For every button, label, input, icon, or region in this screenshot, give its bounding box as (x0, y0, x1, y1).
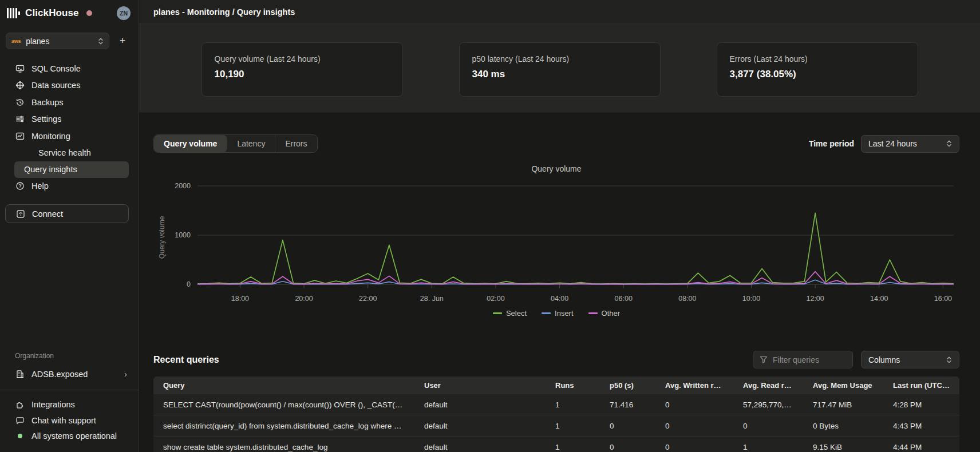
x-tick-label: 06:00 (615, 295, 633, 303)
x-tick-label: 14:00 (870, 295, 888, 303)
cell-read-rows: 1 (733, 443, 803, 451)
time-period-select[interactable]: Last 24 hours (861, 135, 959, 153)
cell-mem-usage: 0 Bytes (803, 422, 883, 430)
avatar[interactable]: ZN (117, 6, 131, 20)
service-selector[interactable]: aws planes (6, 33, 109, 49)
columns-select[interactable]: Columns (861, 351, 959, 368)
legend-item-select[interactable]: Select (493, 309, 527, 318)
sidebar-item-label: Service health (38, 148, 91, 157)
sidebar: ClickHouse ZN aws planes + SQL Console (0, 0, 139, 452)
connect-button[interactable]: Connect (5, 204, 129, 223)
time-period-label: Time period (809, 139, 854, 148)
chevron-up-down-icon (946, 356, 952, 364)
series-line-select (197, 213, 954, 284)
system-status[interactable]: All systems operational (0, 429, 139, 445)
stat-label: p50 latency (Last 24 hours) (472, 54, 647, 64)
filter-queries-input[interactable] (773, 355, 846, 364)
stat-label: Errors (Last 24 hours) (730, 54, 905, 64)
column-header-mem-usage[interactable]: Avg. Mem Usage (803, 381, 883, 390)
sidebar-item-service-health[interactable]: Service health (14, 145, 129, 161)
cell-user: default (414, 443, 546, 451)
sidebar-item-settings[interactable]: Settings (0, 111, 139, 128)
service-name: planes (26, 37, 93, 46)
y-tick-label: 0 (187, 280, 191, 288)
chart-controls-row: Query volume Latency Errors Time period … (153, 134, 959, 153)
notification-dot-icon (86, 10, 92, 16)
sidebar-item-label: Backups (31, 98, 64, 107)
cell-mem-usage: 717.47 MiB (803, 401, 883, 409)
legend-label: Insert (555, 309, 574, 318)
cell-last-run: 4:28 PM (883, 401, 959, 409)
sidebar-item-monitoring[interactable]: Monitoring (0, 128, 139, 145)
legend-label: Select (506, 309, 527, 318)
cell-read-rows: 0 (733, 422, 803, 430)
add-service-button[interactable]: + (114, 33, 131, 49)
sidebar-item-label: Settings (31, 114, 61, 124)
x-tick-label: 18:00 (231, 295, 249, 303)
columns-label: Columns (868, 355, 942, 364)
sidebar-nav: SQL Console Data sources Backups Setting… (0, 60, 139, 195)
tab-query-volume[interactable]: Query volume (154, 135, 227, 152)
breadcrumb: planes - Monitoring / Query insights (153, 7, 295, 17)
table-row[interactable]: select distrinct(query_id) from system.d… (153, 415, 959, 436)
sidebar-item-query-insights[interactable]: Query insights (14, 161, 129, 178)
legend-item-insert[interactable]: Insert (542, 309, 574, 318)
column-header-p50[interactable]: p50 (s) (600, 381, 655, 390)
x-tick-label: 04:00 (551, 295, 568, 303)
stat-value: 340 ms (472, 69, 647, 80)
legend-item-other[interactable]: Other (588, 309, 621, 318)
page-header: planes - Monitoring / Query insights (139, 0, 980, 24)
chevron-up-down-icon (946, 140, 952, 148)
building-icon (15, 370, 25, 379)
recent-queries-table: Query User Runs p50 (s) Avg. Written row… (153, 376, 959, 452)
column-header-read-rows[interactable]: Avg. Read rows (733, 381, 803, 390)
backups-icon (15, 98, 25, 107)
sidebar-item-backups[interactable]: Backups (0, 94, 139, 111)
recent-queries-controls: Columns (753, 351, 959, 368)
sidebar-item-sql-console[interactable]: SQL Console (0, 60, 139, 77)
x-tick-label: 20:00 (295, 295, 313, 303)
tab-errors[interactable]: Errors (275, 135, 317, 152)
legend-dash-icon (588, 312, 598, 314)
logo-text[interactable]: ClickHouse (25, 7, 79, 19)
column-header-user[interactable]: User (414, 381, 546, 390)
clickhouse-logo-icon[interactable] (7, 8, 20, 18)
sidebar-item-integrations[interactable]: Integrations (0, 397, 139, 413)
column-header-query[interactable]: Query (153, 381, 414, 390)
organization-name: ADSB.exposed (31, 370, 88, 379)
cell-query: show create table system.distributed_cac… (153, 443, 414, 451)
column-header-last-run[interactable]: Last run (UTC)^ (883, 381, 959, 390)
x-tick-label: 02:00 (487, 295, 504, 303)
tab-latency[interactable]: Latency (227, 135, 275, 152)
connect-icon (16, 209, 25, 219)
cell-last-run: 4:43 PM (883, 422, 959, 430)
cell-runs: 1 (546, 443, 600, 451)
query-volume-chart: Query volume Query volume 01000200018:00… (153, 164, 959, 336)
cell-user: default (414, 401, 546, 409)
sidebar-item-label: SQL Console (31, 64, 81, 73)
footer-item-label: Integrations (31, 400, 75, 409)
sidebar-item-label: Query insights (24, 165, 77, 174)
cell-written-rows: 0 (655, 422, 733, 430)
service-selector-row: aws planes + (6, 33, 133, 49)
divider (0, 390, 139, 390)
sidebar-item-data-sources[interactable]: Data sources (0, 77, 139, 94)
sidebar-item-chat-support[interactable]: Chat with support (0, 413, 139, 429)
sidebar-item-help[interactable]: Help (0, 178, 139, 195)
column-header-runs[interactable]: Runs (546, 381, 600, 390)
filter-queries-box[interactable] (753, 351, 853, 368)
data-sources-icon (15, 81, 25, 90)
cell-written-rows: 0 (655, 401, 733, 409)
column-header-written-rows[interactable]: Avg. Written rows (655, 381, 733, 390)
legend-dash-icon (493, 312, 502, 314)
cell-query: SELECT CAST(round(pow(count() / max(coun… (153, 401, 414, 409)
table-row[interactable]: SELECT CAST(round(pow(count() / max(coun… (153, 394, 959, 415)
status-ok-dot-icon (18, 434, 22, 438)
x-tick-label: 08:00 (678, 295, 696, 303)
stat-card-errors: Errors (Last 24 hours) 3,877 (38.05%) (717, 42, 918, 97)
connect-label: Connect (32, 209, 63, 219)
chevron-up-down-icon (98, 37, 104, 45)
stats-band: Query volume (Last 24 hours) 10,190 p50 … (139, 24, 980, 113)
organization-switcher[interactable]: ADSB.exposed › (0, 366, 139, 383)
table-row[interactable]: show create table system.distributed_cac… (153, 436, 959, 452)
